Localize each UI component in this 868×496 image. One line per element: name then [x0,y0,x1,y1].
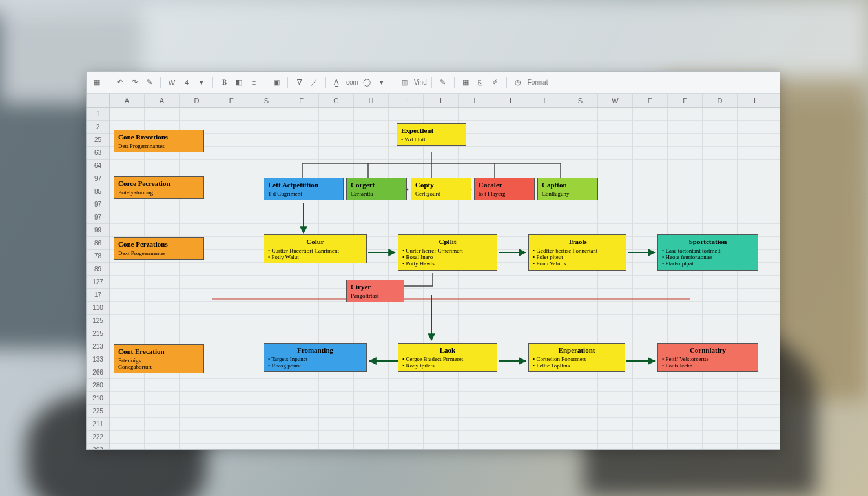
line-icon[interactable]: ／ [307,76,320,90]
dropdown-icon[interactable]: ▾ [195,76,208,90]
settings-icon[interactable]: ◷ [512,76,524,90]
app-icon[interactable]: ▦ [90,76,103,90]
circle-icon[interactable]: ◯ [360,76,373,90]
column-header[interactable]: A [110,94,145,107]
row-header[interactable]: 25 [87,134,109,147]
node-ciryer[interactable]: Ciryer Pangoftrtast [346,280,404,302]
row-header[interactable]: 266 [87,366,109,379]
sidebar-label-2: Corce Pecreation Pritelyatoriong [114,176,204,199]
row-header[interactable]: 127 [87,276,109,289]
row-header[interactable]: 89 [87,263,109,276]
column-header[interactable]: I [738,94,772,107]
filter-icon[interactable]: ∇ [293,76,305,90]
link-icon[interactable]: ⎘ [474,76,487,90]
row-header[interactable]: 133 [87,353,109,366]
format-label: Format [528,79,548,86]
row-headers: 1225636497859797998678891271711012521521… [87,108,110,449]
sidebar-label-3: Cone Perzations Dext Progeermentes [114,237,204,260]
column-header[interactable]: I [424,94,459,107]
node-top[interactable]: Expectlent • Wd I lutt [397,123,466,146]
column-header[interactable]: S [249,94,284,107]
row-header[interactable]: 63 [87,147,109,160]
node-row3-2[interactable]: TraolsGedfter bertise FonnertantPolet pl… [528,234,626,271]
node-row4-3[interactable]: CornnlatiryFeitif VelstorcertteFouts lec… [657,343,758,372]
vind-label: Vind [414,79,427,86]
table-icon[interactable]: ▦ [459,76,472,90]
row-header[interactable]: 210 [87,392,109,405]
node-row3-3[interactable]: SportctationEase tortontant tortmettHeot… [657,234,758,271]
row-header[interactable]: 97 [87,211,109,224]
node-row2-0[interactable]: Lett ActpetittionT d Cugriment [264,178,344,200]
node-row3-1[interactable]: CpllitCurter herref CrherimertBosal Inar… [398,234,497,271]
column-header[interactable]: E [214,94,249,107]
sidebar-label-4: Cont Erecation Frterioigs Conegaborturt [114,344,204,373]
node-row2-4[interactable]: CapttonConlfaguny [537,178,598,200]
row-header[interactable]: 215 [87,327,109,340]
row-header[interactable]: 64 [87,160,109,172]
row-header[interactable]: 97 [87,172,109,185]
node-row2-3[interactable]: Cacalerto t I layerg [474,178,535,200]
column-header[interactable]: F [284,94,319,107]
row-header[interactable]: 110 [87,302,109,315]
node-row4-0[interactable]: FromantingTargets InpunctRoasg pdunt [264,343,367,372]
column-header[interactable]: F [668,94,703,107]
row-header[interactable]: 213 [87,340,109,353]
pen-icon[interactable]: ✎ [437,76,450,90]
com-label: com [346,79,358,86]
row-header[interactable]: 86 [87,237,109,250]
sidebar-label-1: Cone Rrecctions Dett Progermnantes [114,130,204,152]
row-header[interactable]: 280 [87,379,109,392]
column-header[interactable]: A [145,94,180,107]
spreadsheet-window: ▦ ↶ ↷ ✎ W 4 ▾ 𝐁 ◧ ≡ ▣ ∇ ／ A̲ com ◯ ▾ ▥ V… [86,71,780,450]
row-header[interactable]: 99 [87,224,109,237]
row-header[interactable]: 17 [87,289,109,302]
column-headers: AADESFGHIILILSWEFDI [87,94,780,108]
chart-icon[interactable]: ▥ [398,76,411,90]
column-header[interactable]: W [598,94,633,107]
bold-icon[interactable]: 𝐁 [218,76,231,90]
align-icon[interactable]: ≡ [247,76,260,90]
column-header[interactable]: G [319,94,354,107]
node-row3-0[interactable]: ColurCurtter Rucertiort CanrtmentPotly W… [264,234,367,264]
column-header[interactable]: I [389,94,424,107]
toolbar: ▦ ↶ ↷ ✎ W 4 ▾ 𝐁 ◧ ≡ ▣ ∇ ／ A̲ com ◯ ▾ ▥ V… [87,72,780,94]
column-header[interactable]: I [493,94,528,107]
row-header[interactable]: 85 [87,185,109,198]
row-header[interactable]: 303 [87,444,109,449]
column-header[interactable]: D [703,94,738,107]
column-header[interactable]: S [563,94,598,107]
sheet-canvas[interactable]: Cone Rrecctions Dett Progermnantes Corce… [110,108,780,449]
font-letter[interactable]: W [165,76,178,90]
node-row4-2[interactable]: EnperationtCortteiion FonormertFeltte To… [528,343,625,372]
font-size[interactable]: 4 [180,76,193,90]
select-all-corner[interactable] [87,94,110,107]
node-row2-1[interactable]: CorgertCerfaritta [346,178,407,200]
redo-icon[interactable]: ↷ [128,76,141,90]
row-header[interactable]: 225 [87,405,109,418]
column-header[interactable]: E [633,94,668,107]
paint-icon[interactable]: ✎ [143,76,156,90]
row-header[interactable]: 78 [87,250,109,263]
node-row4-1[interactable]: LaokCergse Bradect PrrmeretRody tpilefs [398,343,497,372]
column-header[interactable]: D [180,94,214,107]
row-header[interactable]: 2 [87,121,109,134]
column-header[interactable]: L [528,94,563,107]
row-header[interactable]: 222 [87,431,109,444]
row-header[interactable]: 125 [87,315,109,327]
row-header[interactable]: 97 [87,198,109,211]
image-icon[interactable]: ▣ [270,76,283,90]
undo-icon[interactable]: ↶ [113,76,126,90]
node-row2-2[interactable]: CoptyCerltgourd [411,178,471,200]
column-header[interactable]: L [459,94,493,107]
dropdown2-icon[interactable]: ▾ [375,76,388,90]
fontcolor-icon[interactable]: A̲ [330,76,343,90]
brush-icon[interactable]: ✐ [489,76,502,90]
row-header[interactable]: 1 [87,108,109,121]
row-header[interactable]: 211 [87,418,109,431]
column-header[interactable]: H [354,94,389,107]
highlight-icon[interactable]: ◧ [232,76,245,90]
